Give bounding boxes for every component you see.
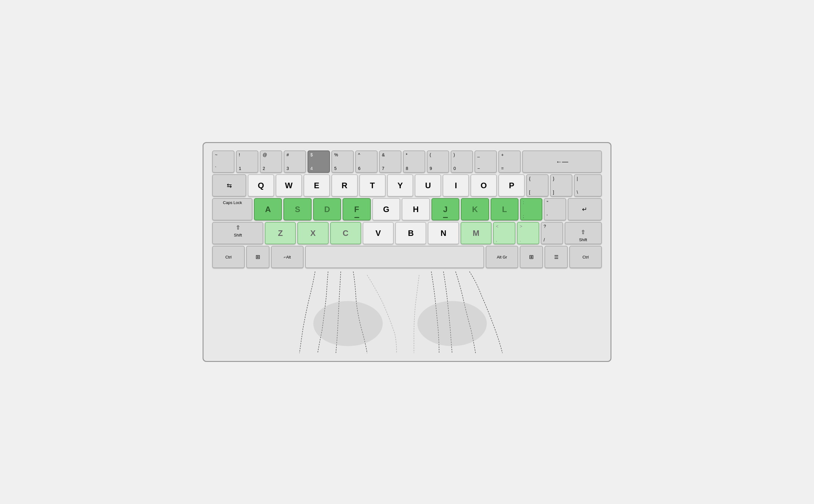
key-k[interactable]: K xyxy=(461,198,489,220)
key-e[interactable]: E xyxy=(303,174,330,197)
key-comma[interactable]: < , xyxy=(493,222,516,244)
key-g[interactable]: G xyxy=(372,198,400,220)
key-v[interactable]: V xyxy=(363,222,394,244)
key-d[interactable]: D xyxy=(313,198,341,220)
shift-row: ⇧ Shift Z X C V B N M xyxy=(212,222,602,244)
home-row: Caps Lock A S D F G H J xyxy=(212,198,602,220)
key-rshift[interactable]: ⇧ Shift xyxy=(565,222,602,244)
key-p[interactable]: P xyxy=(499,174,525,197)
key-minus[interactable]: _ − xyxy=(475,150,497,173)
key-w[interactable]: W xyxy=(276,174,302,197)
key-lwin[interactable]: ⊞ xyxy=(246,246,269,268)
key-semicolon[interactable]: : ; xyxy=(520,198,542,220)
capslock-label: Caps Lock xyxy=(223,200,242,205)
keyboard-diagram: ~ ` ! 1 @ 2 # 3 $ 4 % 5 xyxy=(202,142,612,362)
key-period[interactable]: > . xyxy=(517,222,539,244)
key-o[interactable]: O xyxy=(471,174,497,197)
key-slash[interactable]: ? / xyxy=(541,222,563,244)
key-z[interactable]: Z xyxy=(265,222,296,244)
key-enter[interactable]: ↵ xyxy=(568,198,602,220)
key-l[interactable]: L xyxy=(491,198,519,220)
key-rbracket[interactable]: } ] xyxy=(550,174,573,197)
key-t[interactable]: T xyxy=(359,174,385,197)
key-lalt[interactable]: ⌐Alt xyxy=(271,246,303,268)
keyboard: ~ ` ! 1 @ 2 # 3 $ 4 % 5 xyxy=(212,150,602,268)
key-backslash[interactable]: | \ xyxy=(574,174,602,197)
key-6[interactable]: ^ 6 xyxy=(355,150,377,173)
finger-overlay xyxy=(212,268,602,355)
key-f[interactable]: F xyxy=(342,198,370,220)
key-n[interactable]: N xyxy=(428,222,459,244)
key-tab[interactable]: ⇆ xyxy=(212,174,246,197)
key-backspace[interactable]: ←— xyxy=(522,150,602,173)
svg-point-0 xyxy=(313,301,383,346)
key-1[interactable]: ! 1 xyxy=(236,150,258,173)
key-rctrl[interactable]: Ctrl xyxy=(569,246,602,268)
key-5[interactable]: % 5 xyxy=(331,150,354,173)
qwerty-row: ⇆ Q W E R T Y U I xyxy=(212,174,602,197)
key-a[interactable]: A xyxy=(254,198,282,220)
key-lshift[interactable]: ⇧ Shift xyxy=(212,222,263,244)
key-c[interactable]: C xyxy=(330,222,361,244)
key-menu[interactable]: ☰ xyxy=(545,246,568,268)
key-q[interactable]: Q xyxy=(248,174,274,197)
key-space[interactable] xyxy=(305,246,484,268)
key-4[interactable]: $ 4 xyxy=(307,150,330,173)
key-m[interactable]: M xyxy=(461,222,492,244)
number-row: ~ ` ! 1 @ 2 # 3 $ 4 % 5 xyxy=(212,150,602,173)
key-tilde[interactable]: ~ ` xyxy=(212,150,234,173)
key-h[interactable]: H xyxy=(402,198,430,220)
key-8[interactable]: * 8 xyxy=(403,150,425,173)
key-2[interactable]: @ 2 xyxy=(260,150,282,173)
key-capslock[interactable]: Caps Lock xyxy=(212,198,252,220)
key-r[interactable]: R xyxy=(331,174,358,197)
key-lctrl[interactable]: Ctrl xyxy=(212,246,245,268)
key-x[interactable]: X xyxy=(297,222,328,244)
key-i[interactable]: I xyxy=(443,174,469,197)
key-y[interactable]: Y xyxy=(387,174,414,197)
key-7[interactable]: & 7 xyxy=(379,150,401,173)
key-j[interactable]: J xyxy=(432,198,459,220)
key-rwin[interactable]: ⊞ xyxy=(520,246,543,268)
key-equals[interactable]: + = xyxy=(499,150,521,173)
svg-point-1 xyxy=(418,301,487,346)
key-b[interactable]: B xyxy=(395,222,426,244)
key-altgr[interactable]: Alt Gr xyxy=(486,246,518,268)
key-u[interactable]: U xyxy=(415,174,441,197)
key-s[interactable]: S xyxy=(283,198,311,220)
key-lbracket[interactable]: { [ xyxy=(526,174,549,197)
key-quote[interactable]: " ' xyxy=(544,198,566,220)
key-9[interactable]: ( 9 xyxy=(427,150,449,173)
key-3[interactable]: # 3 xyxy=(284,150,306,173)
key-0[interactable]: ) 0 xyxy=(451,150,473,173)
bottom-row: Ctrl ⊞ ⌐Alt Alt Gr ⊞ ☰ Ctrl xyxy=(212,246,602,268)
